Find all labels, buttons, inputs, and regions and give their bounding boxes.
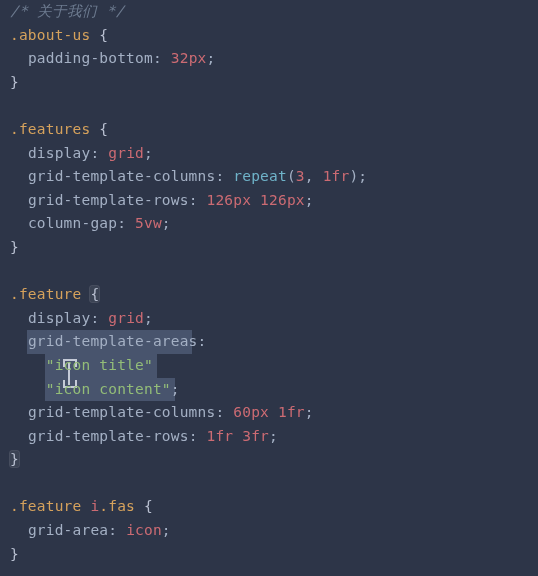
selector: .feature [10, 286, 81, 302]
code-line[interactable]: .feature { [10, 283, 538, 307]
blank-line[interactable] [10, 472, 538, 496]
value: 60px [233, 404, 269, 420]
value: 1fr [207, 428, 234, 444]
code-line[interactable]: grid-template-columns: 60px 1fr; [10, 401, 538, 425]
value: 5vw [135, 215, 162, 231]
blank-line[interactable] [10, 260, 538, 284]
code-line[interactable]: } [10, 236, 538, 260]
code-line[interactable]: /* 关于我们 */ [10, 0, 538, 24]
selector: .fas [99, 498, 135, 514]
code-line[interactable]: grid-area: icon; [10, 519, 538, 543]
code-line[interactable]: "icon title" [10, 354, 538, 378]
value: grid [108, 145, 144, 161]
value: 32px [171, 50, 207, 66]
brace-close: } [10, 451, 19, 467]
code-line[interactable]: padding-bottom: 32px; [10, 47, 538, 71]
brace-open: { [144, 498, 153, 514]
property: column-gap [28, 215, 117, 231]
brace-close: } [10, 239, 19, 255]
code-line[interactable]: column-gap: 5vw; [10, 212, 538, 236]
code-line[interactable]: } [10, 448, 538, 472]
code-line[interactable]: grid-template-rows: 126px 126px; [10, 189, 538, 213]
string: "icon title" [46, 357, 153, 373]
code-line[interactable]: grid-template-rows: 1fr 3fr; [10, 425, 538, 449]
property: grid-template-columns [28, 404, 216, 420]
selector: .feature [10, 498, 90, 514]
string: "icon content" [46, 381, 171, 397]
brace-open: { [99, 27, 108, 43]
property: grid-template-rows [28, 428, 189, 444]
brace-open: { [90, 286, 99, 302]
function: repeat [233, 168, 287, 184]
code-line[interactable]: "icon content"; [10, 378, 538, 402]
code-line[interactable]: display: grid; [10, 142, 538, 166]
code-line[interactable]: } [10, 71, 538, 95]
property: padding-bottom [28, 50, 153, 66]
code-line[interactable]: grid-template-columns: repeat(3, 1fr); [10, 165, 538, 189]
code-line[interactable]: .feature i.fas { [10, 495, 538, 519]
brace-close: } [10, 546, 19, 562]
number: 3 [296, 168, 305, 184]
property: grid-template-columns [28, 168, 216, 184]
comment: /* 关于我们 */ [10, 3, 124, 19]
property: display [28, 310, 91, 326]
code-line[interactable]: display: grid; [10, 307, 538, 331]
value: 126px [260, 192, 305, 208]
blank-line[interactable] [10, 94, 538, 118]
property: grid-area [28, 522, 108, 538]
brace-open: { [99, 121, 108, 137]
code-editor[interactable]: /* 关于我们 */ .about-us { padding-bottom: 3… [10, 0, 538, 566]
property: display [28, 145, 91, 161]
property: grid-template-areas [28, 333, 198, 349]
code-line[interactable]: .about-us { [10, 24, 538, 48]
code-line[interactable]: grid-template-areas: [10, 330, 538, 354]
selector-element: i [90, 498, 99, 514]
value: grid [108, 310, 144, 326]
brace-close: } [10, 74, 19, 90]
value: icon [126, 522, 162, 538]
selector: .about-us [10, 27, 90, 43]
selector: .features [10, 121, 90, 137]
property: grid-template-rows [28, 192, 189, 208]
value: 1fr [323, 168, 350, 184]
value: 1fr [278, 404, 305, 420]
value: 3fr [242, 428, 269, 444]
value: 126px [207, 192, 252, 208]
code-line[interactable]: .features { [10, 118, 538, 142]
code-line[interactable]: } [10, 543, 538, 567]
